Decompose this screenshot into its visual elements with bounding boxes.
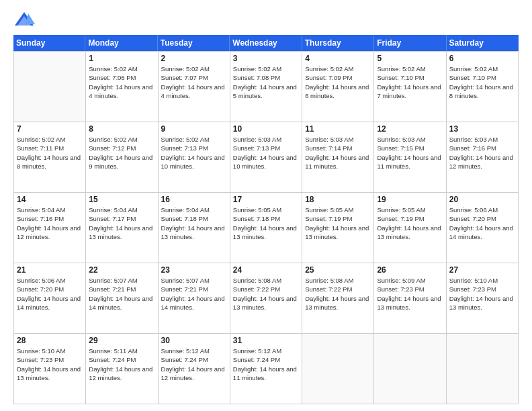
calendar-cell: 6Sunrise: 5:02 AMSunset: 7:10 PMDaylight…: [447, 52, 519, 122]
calendar-cell: 22Sunrise: 5:07 AMSunset: 7:21 PMDayligh…: [86, 263, 158, 334]
day-number: 22: [89, 265, 154, 275]
calendar-cell: [14, 52, 86, 122]
day-info: Sunrise: 5:09 AMSunset: 7:23 PMDaylight:…: [377, 276, 443, 312]
calendar-cell: 7Sunrise: 5:02 AMSunset: 7:11 PMDaylight…: [14, 122, 86, 193]
calendar-week-2: 7Sunrise: 5:02 AMSunset: 7:11 PMDaylight…: [14, 122, 519, 193]
day-number: 6: [449, 54, 515, 63]
day-info: Sunrise: 5:03 AMSunset: 7:14 PMDaylight:…: [305, 135, 371, 171]
day-number: 17: [233, 195, 299, 204]
day-number: 20: [449, 195, 515, 204]
day-number: 15: [89, 195, 154, 204]
day-info: Sunrise: 5:05 AMSunset: 7:19 PMDaylight:…: [377, 205, 443, 241]
calendar-cell: 24Sunrise: 5:08 AMSunset: 7:22 PMDayligh…: [230, 263, 302, 334]
calendar-cell: 5Sunrise: 5:02 AMSunset: 7:10 PMDaylight…: [374, 52, 446, 122]
day-info: Sunrise: 5:12 AMSunset: 7:24 PMDaylight:…: [233, 347, 299, 382]
calendar-cell: 16Sunrise: 5:04 AMSunset: 7:18 PMDayligh…: [159, 193, 230, 263]
calendar-cell: 23Sunrise: 5:07 AMSunset: 7:21 PMDayligh…: [159, 263, 230, 334]
day-number: 10: [233, 124, 299, 134]
calendar-cell: 21Sunrise: 5:06 AMSunset: 7:20 PMDayligh…: [14, 263, 86, 334]
day-info: Sunrise: 5:02 AMSunset: 7:09 PMDaylight:…: [305, 64, 371, 100]
day-number: 8: [89, 124, 154, 134]
calendar-cell: 19Sunrise: 5:05 AMSunset: 7:19 PMDayligh…: [374, 193, 446, 263]
calendar-cell: 8Sunrise: 5:02 AMSunset: 7:12 PMDaylight…: [86, 122, 158, 193]
day-number: 28: [17, 336, 83, 345]
day-info: Sunrise: 5:02 AMSunset: 7:10 PMDaylight:…: [449, 64, 515, 100]
calendar-header: SundayMondayTuesdayWednesdayThursdayFrid…: [13, 35, 519, 51]
calendar-week-4: 21Sunrise: 5:06 AMSunset: 7:20 PMDayligh…: [14, 263, 519, 334]
calendar-cell: 1Sunrise: 5:02 AMSunset: 7:06 PMDaylight…: [86, 52, 158, 122]
day-info: Sunrise: 5:02 AMSunset: 7:11 PMDaylight:…: [17, 135, 83, 171]
day-number: 3: [233, 54, 299, 63]
calendar-cell: 12Sunrise: 5:03 AMSunset: 7:15 PMDayligh…: [374, 122, 446, 193]
day-info: Sunrise: 5:03 AMSunset: 7:15 PMDaylight:…: [377, 135, 443, 171]
day-number: 14: [17, 195, 83, 204]
day-info: Sunrise: 5:07 AMSunset: 7:21 PMDaylight:…: [161, 276, 227, 312]
day-number: 2: [161, 54, 227, 63]
calendar-cell: 15Sunrise: 5:04 AMSunset: 7:17 PMDayligh…: [86, 193, 158, 263]
day-number: 7: [17, 124, 83, 134]
calendar-cell: 26Sunrise: 5:09 AMSunset: 7:23 PMDayligh…: [374, 263, 446, 334]
calendar-cell: 28Sunrise: 5:10 AMSunset: 7:23 PMDayligh…: [14, 334, 86, 404]
calendar-cell: 3Sunrise: 5:02 AMSunset: 7:08 PMDaylight…: [230, 52, 302, 122]
header: [13, 11, 519, 30]
logo: [13, 11, 38, 30]
header-cell-thursday: Thursday: [302, 35, 374, 51]
page: SundayMondayTuesdayWednesdayThursdayFrid…: [0, 0, 532, 411]
header-cell-sunday: Sunday: [13, 35, 85, 51]
day-info: Sunrise: 5:02 AMSunset: 7:13 PMDaylight:…: [161, 135, 227, 171]
calendar-week-1: 1Sunrise: 5:02 AMSunset: 7:06 PMDaylight…: [14, 52, 519, 122]
day-info: Sunrise: 5:03 AMSunset: 7:13 PMDaylight:…: [233, 135, 299, 171]
day-number: 19: [377, 195, 443, 204]
calendar-cell: 20Sunrise: 5:06 AMSunset: 7:20 PMDayligh…: [447, 193, 519, 263]
calendar-cell: 18Sunrise: 5:05 AMSunset: 7:19 PMDayligh…: [302, 193, 374, 263]
calendar-cell: 29Sunrise: 5:11 AMSunset: 7:24 PMDayligh…: [86, 334, 158, 404]
day-number: 12: [377, 124, 443, 134]
calendar-cell: 11Sunrise: 5:03 AMSunset: 7:14 PMDayligh…: [302, 122, 374, 193]
calendar-cell: [374, 334, 446, 404]
day-info: Sunrise: 5:12 AMSunset: 7:24 PMDaylight:…: [161, 347, 227, 382]
day-info: Sunrise: 5:11 AMSunset: 7:24 PMDaylight:…: [89, 347, 154, 382]
day-info: Sunrise: 5:02 AMSunset: 7:10 PMDaylight:…: [377, 64, 443, 100]
header-cell-wednesday: Wednesday: [230, 35, 302, 51]
day-number: 21: [17, 265, 83, 275]
day-number: 18: [305, 195, 371, 204]
header-cell-friday: Friday: [374, 35, 446, 51]
day-info: Sunrise: 5:05 AMSunset: 7:18 PMDaylight:…: [233, 205, 299, 241]
calendar-cell: 27Sunrise: 5:10 AMSunset: 7:23 PMDayligh…: [447, 263, 519, 334]
day-number: 30: [161, 336, 227, 345]
day-number: 11: [305, 124, 371, 134]
day-info: Sunrise: 5:07 AMSunset: 7:21 PMDaylight:…: [89, 276, 154, 312]
calendar-cell: 2Sunrise: 5:02 AMSunset: 7:07 PMDaylight…: [159, 52, 230, 122]
day-info: Sunrise: 5:10 AMSunset: 7:23 PMDaylight:…: [17, 347, 83, 382]
day-info: Sunrise: 5:02 AMSunset: 7:08 PMDaylight:…: [233, 64, 299, 100]
day-info: Sunrise: 5:08 AMSunset: 7:22 PMDaylight:…: [233, 276, 299, 312]
calendar-cell: 13Sunrise: 5:03 AMSunset: 7:16 PMDayligh…: [447, 122, 519, 193]
day-info: Sunrise: 5:04 AMSunset: 7:17 PMDaylight:…: [89, 205, 154, 241]
calendar-cell: 10Sunrise: 5:03 AMSunset: 7:13 PMDayligh…: [230, 122, 302, 193]
day-number: 29: [89, 336, 154, 345]
day-info: Sunrise: 5:08 AMSunset: 7:22 PMDaylight:…: [305, 276, 371, 312]
day-number: 23: [161, 265, 227, 275]
day-info: Sunrise: 5:06 AMSunset: 7:20 PMDaylight:…: [449, 205, 515, 241]
calendar-week-5: 28Sunrise: 5:10 AMSunset: 7:23 PMDayligh…: [14, 334, 519, 404]
calendar-cell: [302, 334, 374, 404]
day-info: Sunrise: 5:05 AMSunset: 7:19 PMDaylight:…: [305, 205, 371, 241]
header-cell-monday: Monday: [85, 35, 157, 51]
day-info: Sunrise: 5:03 AMSunset: 7:16 PMDaylight:…: [449, 135, 515, 171]
day-number: 25: [305, 265, 371, 275]
calendar-body: 1Sunrise: 5:02 AMSunset: 7:06 PMDaylight…: [13, 51, 519, 404]
day-number: 1: [89, 54, 154, 63]
day-number: 16: [161, 195, 227, 204]
day-info: Sunrise: 5:04 AMSunset: 7:18 PMDaylight:…: [161, 205, 227, 241]
day-number: 27: [449, 265, 515, 275]
svg-marker-2: [26, 13, 35, 24]
header-cell-tuesday: Tuesday: [158, 35, 230, 51]
calendar-week-3: 14Sunrise: 5:04 AMSunset: 7:16 PMDayligh…: [14, 193, 519, 263]
calendar-cell: 25Sunrise: 5:08 AMSunset: 7:22 PMDayligh…: [302, 263, 374, 334]
calendar-cell: 9Sunrise: 5:02 AMSunset: 7:13 PMDaylight…: [159, 122, 230, 193]
day-number: 31: [233, 336, 299, 345]
calendar-cell: [447, 334, 519, 404]
header-cell-saturday: Saturday: [447, 35, 519, 51]
day-info: Sunrise: 5:02 AMSunset: 7:12 PMDaylight:…: [89, 135, 154, 171]
calendar-cell: 31Sunrise: 5:12 AMSunset: 7:24 PMDayligh…: [230, 334, 302, 404]
